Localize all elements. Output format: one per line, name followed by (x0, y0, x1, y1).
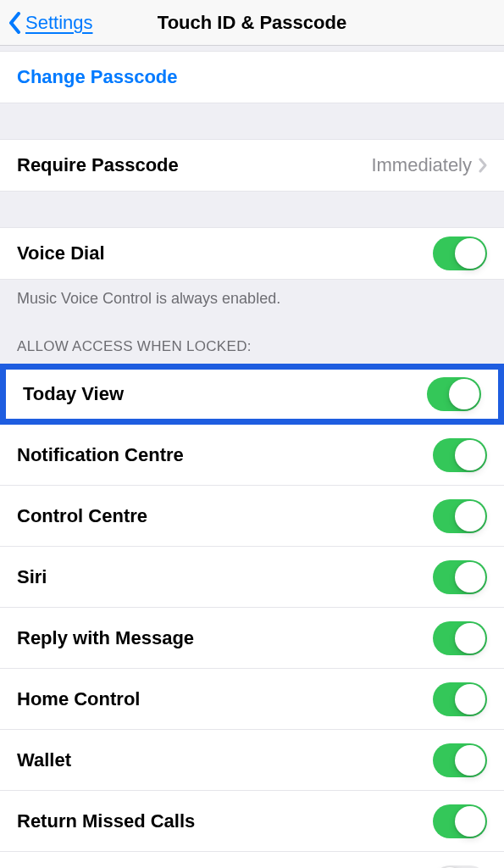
notification-centre-label: Notification Centre (17, 444, 184, 466)
today-view-label: Today View (23, 383, 124, 405)
navbar: Settings Touch ID & Passcode (0, 0, 504, 46)
notification-centre-toggle[interactable] (433, 438, 487, 472)
siri-row: Siri (0, 547, 504, 608)
require-passcode-row[interactable]: Require Passcode Immediately (0, 139, 504, 192)
home-control-toggle[interactable] (433, 682, 487, 716)
wallet-row: Wallet (0, 730, 504, 791)
usb-accessories-row: USB Accessories (0, 852, 504, 868)
reply-message-row: Reply with Message (0, 608, 504, 669)
chevron-left-icon (8, 12, 22, 34)
back-label: Settings (25, 12, 93, 34)
return-missed-calls-row: Return Missed Calls (0, 791, 504, 852)
reply-message-label: Reply with Message (17, 627, 194, 649)
control-centre-toggle[interactable] (433, 499, 487, 533)
require-passcode-label: Require Passcode (17, 154, 179, 176)
voice-dial-note: Music Voice Control is always enabled. (0, 280, 504, 308)
notification-centre-row: Notification Centre (0, 425, 504, 486)
home-control-label: Home Control (17, 688, 140, 710)
reply-message-toggle[interactable] (433, 621, 487, 655)
return-missed-calls-label: Return Missed Calls (17, 810, 195, 832)
chevron-right-icon (479, 158, 487, 173)
allow-access-list: Today View Notification Centre Control C… (0, 364, 504, 868)
change-passcode-label: Change Passcode (17, 66, 178, 88)
siri-toggle[interactable] (433, 560, 487, 594)
voice-dial-label: Voice Dial (17, 242, 105, 264)
siri-label: Siri (17, 566, 47, 588)
control-centre-label: Control Centre (17, 505, 147, 527)
today-view-toggle[interactable] (427, 377, 481, 411)
wallet-toggle[interactable] (433, 743, 487, 777)
usb-accessories-toggle[interactable] (433, 865, 487, 869)
change-passcode-row[interactable]: Change Passcode (0, 51, 504, 103)
today-view-row: Today View (0, 364, 504, 425)
back-button[interactable]: Settings (0, 12, 93, 34)
return-missed-calls-toggle[interactable] (433, 804, 487, 838)
voice-dial-row: Voice Dial (0, 227, 504, 280)
wallet-label: Wallet (17, 749, 71, 771)
voice-dial-toggle[interactable] (433, 236, 487, 270)
page-title: Touch ID & Passcode (158, 12, 346, 34)
require-passcode-value-text: Immediately (371, 154, 472, 176)
home-control-row: Home Control (0, 669, 504, 730)
require-passcode-value: Immediately (371, 154, 487, 176)
control-centre-row: Control Centre (0, 486, 504, 547)
allow-access-header: ALLOW ACCESS WHEN LOCKED: (0, 308, 504, 364)
